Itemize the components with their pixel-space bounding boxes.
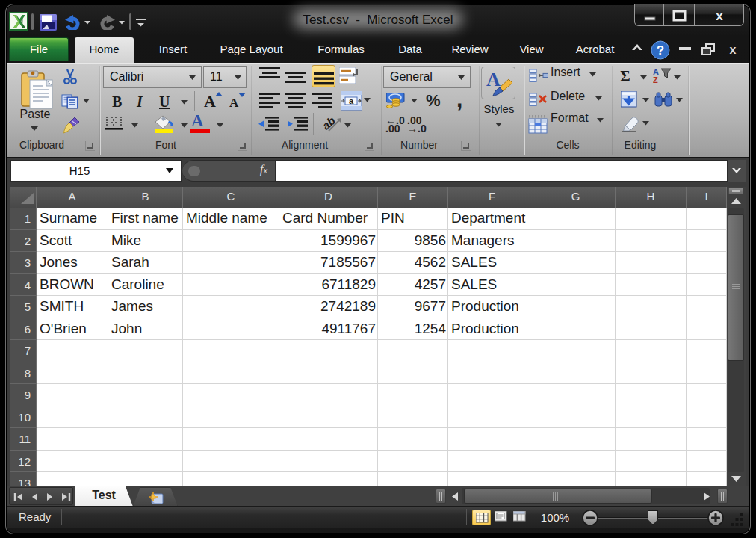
svg-text:Z: Z [653,75,658,84]
svg-text:x: x [716,9,723,23]
svg-text:?: ? [657,43,664,58]
svg-text:x: x [730,43,737,56]
svg-text:a: a [349,96,354,105]
